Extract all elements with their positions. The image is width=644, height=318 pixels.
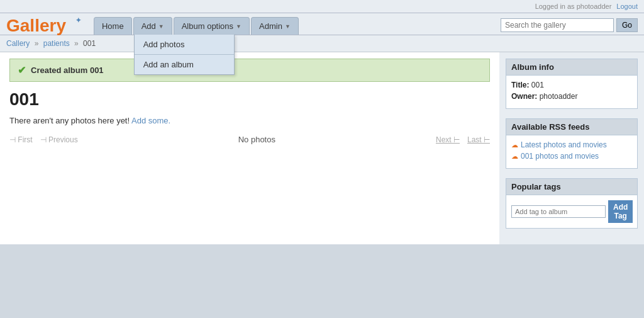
- add-dropdown-menu: Add photos Add an album: [134, 35, 235, 75]
- add-arrow-icon: ▼: [158, 23, 164, 30]
- sidebar-tags-content: Add Tag: [506, 195, 638, 229]
- album-title-row: Title: 001: [511, 81, 632, 89]
- logout-link[interactable]: Logout: [616, 3, 638, 10]
- sidebar-rss-header: Available RSS feeds: [506, 118, 638, 135]
- breadcrumb-gallery[interactable]: Callery: [6, 39, 30, 48]
- nav-and-logo: Gallery ✦ Home Add ▼ Add photos Add an a…: [6, 17, 299, 35]
- sidebar-tags: Popular tags Add Tag: [506, 178, 638, 229]
- tag-input[interactable]: [511, 205, 606, 218]
- tag-input-row: Add Tag: [511, 200, 632, 223]
- dropdown-add-photos[interactable]: Add photos: [135, 35, 234, 54]
- logged-in-text: Logged in as photoadder: [535, 3, 612, 10]
- rss-link-2[interactable]: ☁ 001 photos and movies: [511, 152, 632, 161]
- sidebar: Album info Title: 001 Owner: photoadder …: [499, 52, 644, 244]
- nav-add[interactable]: Add ▼ Add photos Add an album: [133, 17, 172, 35]
- pagination: ⊣ First ⊣ Previous No photos Next ⊢ Last…: [9, 135, 490, 144]
- main-nav: Home Add ▼ Add photos Add an album Album…: [94, 17, 299, 35]
- sidebar-rss-content: ☁ Latest photos and movies ☁ 001 photos …: [506, 135, 638, 169]
- header-row: Gallery ✦ Home Add ▼ Add photos Add an a…: [0, 13, 644, 35]
- dropdown-add-album[interactable]: Add an album: [135, 54, 234, 74]
- nav-admin[interactable]: Admin ▼: [251, 17, 299, 35]
- top-bar: Logged in as photoadder Logout: [0, 0, 644, 13]
- nav-home[interactable]: Home: [94, 17, 132, 35]
- album-title: 001: [9, 89, 490, 110]
- pagination-next[interactable]: Next ⊢: [436, 135, 460, 144]
- left-inner: ✔ Created album 001 001 There aren't any…: [0, 52, 499, 157]
- logo: Gallery ✦: [6, 17, 81, 35]
- breadcrumb-patients[interactable]: patients: [43, 39, 70, 48]
- logo-icon: ✦: [75, 17, 81, 24]
- sidebar-album-info-content: Title: 001 Owner: photoadder: [506, 75, 638, 109]
- album-options-arrow-icon: ▼: [236, 23, 242, 30]
- search-input[interactable]: [501, 18, 614, 32]
- admin-arrow-icon: ▼: [285, 23, 291, 30]
- sidebar-album-info-header: Album info: [506, 59, 638, 75]
- search-area: Go: [501, 18, 638, 32]
- pagination-last[interactable]: Last ⊢: [467, 135, 490, 144]
- sidebar-rss: Available RSS feeds ☁ Latest photos and …: [506, 118, 638, 169]
- breadcrumb-sep-2: »: [74, 39, 80, 48]
- header-inner: Gallery ✦ Home Add ▼ Add photos Add an a…: [0, 13, 644, 35]
- success-bar: ✔ Created album 001: [9, 59, 490, 82]
- rss-link-1[interactable]: ☁ Latest photos and movies: [511, 140, 632, 149]
- rss-icon-2: ☁: [511, 152, 518, 161]
- breadcrumb-current: 001: [83, 39, 96, 48]
- rss-icon-1: ☁: [511, 141, 518, 149]
- no-photos-text: There aren't any photos here yet! Add so…: [9, 116, 490, 125]
- album-owner-row: Owner: photoadder: [511, 92, 632, 101]
- sidebar-tags-header: Popular tags: [506, 178, 638, 195]
- breadcrumb: Callery » patients » 001: [0, 35, 644, 52]
- success-message: Created album 001: [31, 65, 104, 75]
- add-tag-button[interactable]: Add Tag: [608, 200, 633, 223]
- add-some-link[interactable]: Add some.: [131, 116, 170, 125]
- check-icon: ✔: [18, 64, 26, 76]
- sidebar-album-info: Album info Title: 001 Owner: photoadder: [506, 59, 638, 109]
- pagination-previous[interactable]: ⊣ Previous: [40, 135, 78, 144]
- pagination-center: No photos: [86, 135, 428, 144]
- nav-album-options[interactable]: Album options ▼: [174, 17, 250, 35]
- left-content: ✔ Created album 001 001 There aren't any…: [0, 52, 499, 244]
- search-button[interactable]: Go: [616, 18, 638, 32]
- breadcrumb-sep-1: »: [35, 39, 41, 48]
- pagination-first[interactable]: ⊣ First: [9, 135, 33, 144]
- content-wrapper: ✔ Created album 001 001 There aren't any…: [0, 52, 644, 244]
